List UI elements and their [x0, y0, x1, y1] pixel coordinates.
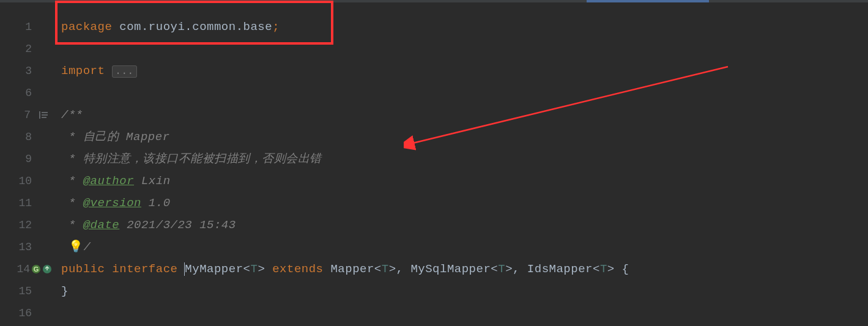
- code-area[interactable]: package com.ruoyi.common.base; import ..…: [61, 2, 868, 326]
- keyword-interface: interface: [112, 262, 177, 276]
- angle-bracket: >: [389, 262, 396, 276]
- javadoc-asterisk: *: [61, 218, 83, 232]
- package-path: com.ruoyi.common.base: [112, 20, 272, 34]
- javadoc-asterisk: *: [61, 130, 83, 144]
- type-parameter: T: [382, 262, 389, 276]
- line-number[interactable]: 1: [0, 16, 61, 38]
- code-line[interactable]: [61, 302, 868, 324]
- type-name: Mapper: [330, 262, 374, 276]
- gutter: 1 2 3 6 7 8 9 10 11 12 13 14: [0, 2, 61, 326]
- angle-bracket: >: [505, 262, 513, 276]
- line-num-text: 14: [17, 258, 30, 280]
- comma: ,: [396, 262, 411, 276]
- line-number[interactable]: 12: [0, 214, 61, 236]
- line-number[interactable]: 8: [0, 126, 61, 148]
- javadoc-tag-version: @version: [83, 196, 141, 210]
- keyword-extends: extends: [272, 262, 323, 276]
- keyword-import: import: [61, 64, 112, 78]
- line-num-text: 7: [24, 104, 31, 126]
- code-line[interactable]: * @date 2021/3/23 15:43: [61, 214, 868, 236]
- code-line[interactable]: import ...: [61, 60, 868, 82]
- code-line[interactable]: 💡/: [61, 236, 868, 258]
- javadoc-start: /**: [61, 108, 83, 122]
- javadoc-version-value: 1.0: [141, 196, 171, 210]
- angle-bracket: >: [607, 262, 615, 276]
- line-number[interactable]: 14 G: [0, 258, 61, 280]
- angle-bracket: >: [258, 262, 265, 276]
- javadoc-asterisk: *: [61, 196, 83, 210]
- code-line[interactable]: * 自己的 Mapper: [61, 126, 868, 148]
- folded-imports[interactable]: ...: [112, 65, 136, 78]
- javadoc-date-value: 2021/3/23 15:43: [119, 218, 236, 232]
- code-line[interactable]: * 特别注意，该接口不能被扫描到，否则会出错: [61, 148, 868, 170]
- code-line[interactable]: * @author Lxin: [61, 170, 868, 192]
- toggle-doc-icon[interactable]: [38, 109, 49, 120]
- code-line[interactable]: }: [61, 280, 868, 302]
- code-line[interactable]: * @version 1.0: [61, 192, 868, 214]
- keyword-public: public: [61, 262, 105, 276]
- class-name: MyMapper: [185, 262, 243, 276]
- comma: ,: [513, 262, 527, 276]
- svg-rect-0: [39, 111, 40, 119]
- code-line[interactable]: [61, 38, 868, 60]
- code-line[interactable]: package com.ruoyi.common.base;: [61, 16, 868, 38]
- line-number[interactable]: 16: [0, 302, 61, 324]
- svg-text:G: G: [34, 265, 39, 273]
- angle-bracket: <: [593, 262, 600, 276]
- lightbulb-icon[interactable]: 💡: [69, 240, 84, 254]
- line-number[interactable]: 10: [0, 170, 61, 192]
- angle-bracket: <: [243, 262, 251, 276]
- implements-icon[interactable]: G: [31, 264, 41, 274]
- svg-rect-2: [42, 114, 48, 116]
- brace-open: {: [615, 262, 629, 276]
- code-line[interactable]: public interface MyMapper<T> extends Map…: [61, 258, 868, 280]
- line-number[interactable]: 6: [0, 82, 61, 104]
- line-number[interactable]: 15: [0, 280, 61, 302]
- javadoc-asterisk: *: [61, 174, 83, 188]
- keyword-package: package: [61, 20, 112, 34]
- svg-rect-3: [42, 117, 46, 118]
- type-parameter: T: [250, 262, 258, 276]
- javadoc-text: 自己的 Mapper: [83, 130, 170, 144]
- code-line[interactable]: /**: [61, 104, 868, 126]
- javadoc-end: /: [83, 240, 91, 254]
- line-number[interactable]: 2: [0, 38, 61, 60]
- javadoc-tag-author: @author: [83, 174, 134, 188]
- editor-container: 1 2 3 6 7 8 9 10 11 12 13 14: [0, 2, 868, 326]
- space: [105, 262, 112, 276]
- svg-rect-1: [42, 112, 48, 113]
- line-number[interactable]: 9: [0, 148, 61, 170]
- semicolon: ;: [272, 20, 280, 34]
- line-number[interactable]: 3: [0, 60, 61, 82]
- javadoc-text: 特别注意，该接口不能被扫描到，否则会出错: [83, 152, 322, 166]
- line-number[interactable]: 7: [0, 104, 61, 126]
- type-parameter: T: [600, 262, 607, 276]
- line-number[interactable]: 13: [0, 236, 61, 258]
- type-name: IdsMapper: [527, 262, 593, 276]
- javadoc-asterisk: *: [61, 152, 83, 166]
- brace-close: }: [61, 284, 69, 298]
- line-number[interactable]: 11: [0, 192, 61, 214]
- javadoc-tag-date: @date: [83, 218, 120, 232]
- override-icon[interactable]: [42, 264, 52, 274]
- javadoc-author-value: Lxin: [134, 174, 171, 188]
- type-parameter: T: [498, 262, 505, 276]
- type-name: MySqlMapper: [410, 262, 491, 276]
- angle-bracket: <: [374, 262, 382, 276]
- angle-bracket: <: [491, 262, 498, 276]
- code-line[interactable]: [61, 82, 868, 104]
